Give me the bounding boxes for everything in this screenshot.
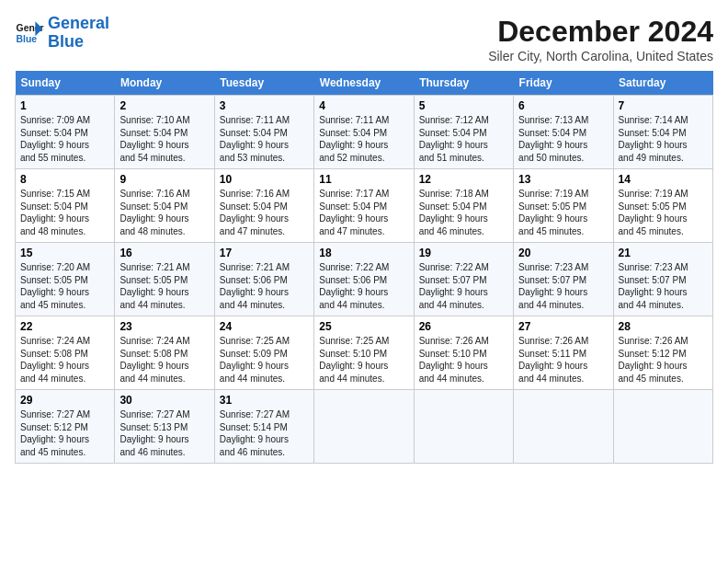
day-content: Sunrise: 7:27 AM Sunset: 5:14 PM Dayligh… (220, 408, 309, 458)
day-number: 14 (619, 173, 708, 186)
calendar-cell: 29Sunrise: 7:27 AM Sunset: 5:12 PM Dayli… (16, 390, 115, 464)
calendar-week-1: 1Sunrise: 7:09 AM Sunset: 5:04 PM Daylig… (16, 96, 713, 169)
day-content: Sunrise: 7:16 AM Sunset: 5:04 PM Dayligh… (119, 188, 209, 237)
header-tuesday: Tuesday (214, 71, 313, 96)
day-number: 28 (619, 320, 708, 333)
calendar-cell (314, 390, 414, 464)
calendar-cell: 12Sunrise: 7:18 AM Sunset: 5:04 PM Dayli… (414, 169, 513, 243)
calendar-table: SundayMondayTuesdayWednesdayThursdayFrid… (15, 71, 713, 464)
logo-icon: General Blue (15, 18, 44, 48)
day-content: Sunrise: 7:27 AM Sunset: 5:13 PM Dayligh… (119, 408, 209, 458)
header-sunday: Sunday (16, 71, 115, 96)
day-content: Sunrise: 7:14 AM Sunset: 5:04 PM Dayligh… (619, 114, 708, 164)
calendar-cell: 23Sunrise: 7:24 AM Sunset: 5:08 PM Dayli… (115, 316, 214, 390)
day-content: Sunrise: 7:09 AM Sunset: 5:04 PM Dayligh… (20, 114, 109, 164)
day-content: Sunrise: 7:23 AM Sunset: 5:07 PM Dayligh… (518, 261, 608, 311)
calendar-cell: 14Sunrise: 7:19 AM Sunset: 5:05 PM Dayli… (613, 169, 712, 243)
calendar-cell: 4Sunrise: 7:11 AM Sunset: 5:04 PM Daylig… (314, 96, 414, 169)
day-content: Sunrise: 7:24 AM Sunset: 5:08 PM Dayligh… (20, 335, 109, 385)
day-number: 16 (119, 247, 209, 259)
day-content: Sunrise: 7:27 AM Sunset: 5:12 PM Dayligh… (20, 408, 109, 458)
day-number: 19 (419, 247, 508, 259)
day-content: Sunrise: 7:23 AM Sunset: 5:07 PM Dayligh… (619, 261, 708, 311)
calendar-week-5: 29Sunrise: 7:27 AM Sunset: 5:12 PM Dayli… (16, 390, 713, 464)
month-title: December 2024 (488, 15, 713, 49)
day-number: 7 (619, 99, 708, 112)
calendar-cell: 28Sunrise: 7:26 AM Sunset: 5:12 PM Dayli… (613, 316, 712, 390)
calendar-header-row: SundayMondayTuesdayWednesdayThursdayFrid… (16, 71, 713, 96)
day-content: Sunrise: 7:22 AM Sunset: 5:07 PM Dayligh… (419, 261, 508, 311)
day-content: Sunrise: 7:19 AM Sunset: 5:05 PM Dayligh… (518, 188, 608, 237)
location-title: Siler City, North Carolina, United State… (488, 49, 713, 63)
day-content: Sunrise: 7:26 AM Sunset: 5:10 PM Dayligh… (419, 335, 508, 385)
calendar-cell: 18Sunrise: 7:22 AM Sunset: 5:06 PM Dayli… (314, 243, 414, 316)
calendar-cell: 22Sunrise: 7:24 AM Sunset: 5:08 PM Dayli… (16, 316, 115, 390)
calendar-cell: 2Sunrise: 7:10 AM Sunset: 5:04 PM Daylig… (115, 96, 214, 169)
header-wednesday: Wednesday (314, 71, 414, 96)
calendar-cell: 26Sunrise: 7:26 AM Sunset: 5:10 PM Dayli… (414, 316, 513, 390)
header-friday: Friday (514, 71, 613, 96)
logo-text-line1: General (48, 15, 109, 33)
calendar-cell: 9Sunrise: 7:16 AM Sunset: 5:04 PM Daylig… (115, 169, 214, 243)
day-number: 30 (119, 394, 209, 407)
header-thursday: Thursday (414, 71, 513, 96)
calendar-cell: 11Sunrise: 7:17 AM Sunset: 5:04 PM Dayli… (314, 169, 414, 243)
day-number: 29 (20, 394, 109, 407)
calendar-cell: 27Sunrise: 7:26 AM Sunset: 5:11 PM Dayli… (514, 316, 613, 390)
calendar-cell (414, 390, 513, 464)
calendar-cell: 24Sunrise: 7:25 AM Sunset: 5:09 PM Dayli… (214, 316, 313, 390)
calendar-week-2: 8Sunrise: 7:15 AM Sunset: 5:04 PM Daylig… (16, 169, 713, 243)
day-content: Sunrise: 7:26 AM Sunset: 5:12 PM Dayligh… (619, 335, 708, 385)
day-content: Sunrise: 7:25 AM Sunset: 5:10 PM Dayligh… (319, 335, 408, 385)
calendar-cell: 31Sunrise: 7:27 AM Sunset: 5:14 PM Dayli… (214, 390, 313, 464)
day-number: 1 (20, 99, 109, 112)
calendar-cell: 17Sunrise: 7:21 AM Sunset: 5:06 PM Dayli… (214, 243, 313, 316)
calendar-cell: 7Sunrise: 7:14 AM Sunset: 5:04 PM Daylig… (613, 96, 712, 169)
day-content: Sunrise: 7:15 AM Sunset: 5:04 PM Dayligh… (20, 188, 109, 237)
day-number: 20 (518, 247, 608, 259)
day-number: 13 (518, 173, 608, 186)
day-number: 11 (319, 173, 408, 186)
header-saturday: Saturday (613, 71, 712, 96)
day-content: Sunrise: 7:19 AM Sunset: 5:05 PM Dayligh… (619, 188, 708, 237)
day-content: Sunrise: 7:21 AM Sunset: 5:05 PM Dayligh… (119, 261, 209, 311)
day-content: Sunrise: 7:18 AM Sunset: 5:04 PM Dayligh… (419, 188, 508, 237)
day-content: Sunrise: 7:11 AM Sunset: 5:04 PM Dayligh… (319, 114, 408, 164)
title-area: December 2024 Siler City, North Carolina… (488, 15, 713, 63)
calendar-week-3: 15Sunrise: 7:20 AM Sunset: 5:05 PM Dayli… (16, 243, 713, 316)
day-number: 31 (220, 394, 309, 407)
calendar-cell: 20Sunrise: 7:23 AM Sunset: 5:07 PM Dayli… (514, 243, 613, 316)
day-number: 2 (119, 99, 209, 112)
svg-text:Blue: Blue (17, 33, 38, 43)
calendar-cell: 16Sunrise: 7:21 AM Sunset: 5:05 PM Dayli… (115, 243, 214, 316)
day-number: 6 (518, 99, 608, 112)
day-content: Sunrise: 7:17 AM Sunset: 5:04 PM Dayligh… (319, 188, 408, 237)
day-number: 27 (518, 320, 608, 333)
day-content: Sunrise: 7:12 AM Sunset: 5:04 PM Dayligh… (419, 114, 508, 164)
header: General Blue General Blue December 2024 … (15, 15, 713, 63)
day-number: 4 (319, 99, 408, 112)
calendar-cell (514, 390, 613, 464)
header-monday: Monday (115, 71, 214, 96)
day-number: 17 (220, 247, 309, 259)
logo: General Blue General Blue (15, 15, 109, 52)
day-number: 10 (220, 173, 309, 186)
calendar-cell: 13Sunrise: 7:19 AM Sunset: 5:05 PM Dayli… (514, 169, 613, 243)
day-content: Sunrise: 7:25 AM Sunset: 5:09 PM Dayligh… (220, 335, 309, 385)
calendar-cell (613, 390, 712, 464)
calendar-cell: 19Sunrise: 7:22 AM Sunset: 5:07 PM Dayli… (414, 243, 513, 316)
day-number: 3 (220, 99, 309, 112)
day-content: Sunrise: 7:13 AM Sunset: 5:04 PM Dayligh… (518, 114, 608, 164)
day-number: 26 (419, 320, 508, 333)
calendar-cell: 5Sunrise: 7:12 AM Sunset: 5:04 PM Daylig… (414, 96, 513, 169)
calendar-cell: 1Sunrise: 7:09 AM Sunset: 5:04 PM Daylig… (16, 96, 115, 169)
day-number: 23 (119, 320, 209, 333)
calendar-cell: 8Sunrise: 7:15 AM Sunset: 5:04 PM Daylig… (16, 169, 115, 243)
day-content: Sunrise: 7:21 AM Sunset: 5:06 PM Dayligh… (220, 261, 309, 311)
day-number: 21 (619, 247, 708, 259)
day-number: 24 (220, 320, 309, 333)
calendar-cell: 6Sunrise: 7:13 AM Sunset: 5:04 PM Daylig… (514, 96, 613, 169)
day-content: Sunrise: 7:24 AM Sunset: 5:08 PM Dayligh… (119, 335, 209, 385)
day-content: Sunrise: 7:11 AM Sunset: 5:04 PM Dayligh… (220, 114, 309, 164)
calendar-cell: 30Sunrise: 7:27 AM Sunset: 5:13 PM Dayli… (115, 390, 214, 464)
